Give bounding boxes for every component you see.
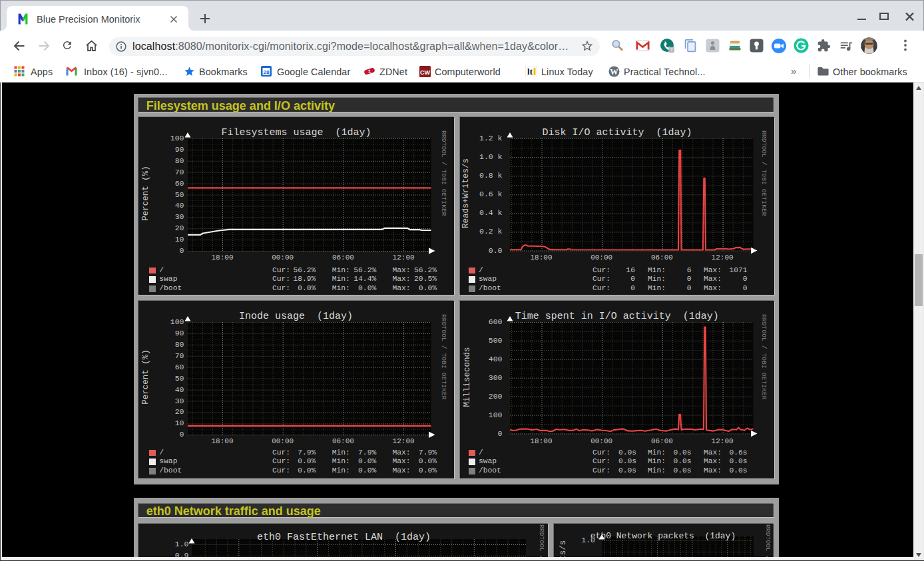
svg-text:CW: CW [420,69,430,76]
svg-text:lt: lt [527,67,533,77]
svg-text:W: W [610,67,618,77]
svg-text:28: 28 [264,69,270,75]
svg-text:?: ? [670,47,673,53]
